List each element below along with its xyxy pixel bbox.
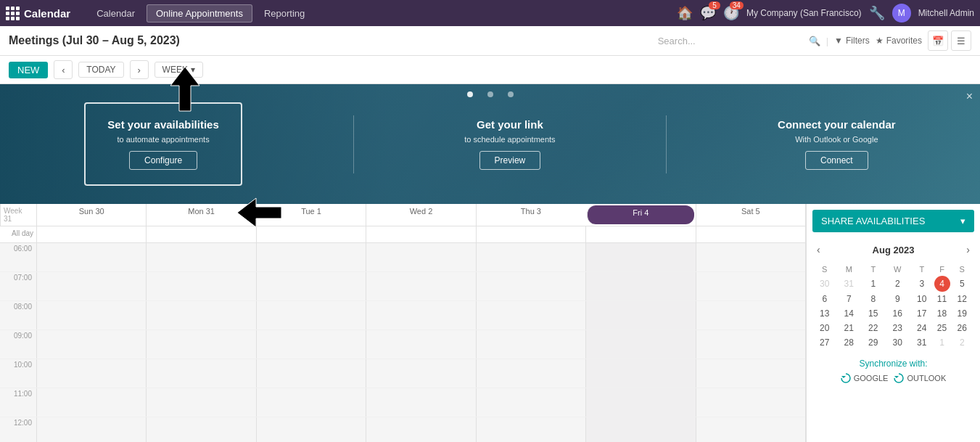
mini-day-18[interactable]: 18 [934,306,950,321]
prev-btn[interactable]: ‹ [54,60,73,79]
cell-900-mon[interactable] [146,330,255,359]
cell-900-wed[interactable] [366,330,475,359]
mini-day-24[interactable]: 24 [910,321,934,335]
cell-600-sat[interactable] [696,243,805,271]
google-sync-btn[interactable]: GOOGLE [841,373,889,383]
mini-day-1[interactable]: 1 [861,276,886,292]
cell-1000-mon[interactable] [146,359,255,388]
cell-800-thu[interactable] [476,301,585,330]
favorites-btn[interactable]: ★ Favorites [876,36,922,46]
mini-day-30[interactable]: 30 [886,335,910,350]
cell-1200-wed[interactable] [366,417,475,442]
day-sat[interactable]: Sat 5 [696,204,805,226]
mini-day-31[interactable]: 31 [910,335,934,350]
mini-day-29[interactable]: 29 [861,335,886,350]
settings-btn[interactable]: 🔧 [869,5,885,21]
cell-700-thu[interactable] [476,272,585,300]
cell-1000-sun[interactable] [36,359,146,388]
mini-day-22[interactable]: 22 [861,321,886,335]
cell-600-sun[interactable] [36,243,146,271]
cell-1000-fri[interactable] [585,359,695,388]
nav-calendar[interactable]: Calendar [88,5,144,22]
list-view-btn[interactable]: ☰ [951,30,971,51]
mini-day-12[interactable]: 12 [950,292,975,306]
cell-700-tue[interactable] [256,272,366,300]
mini-day-3[interactable]: 3 [910,276,934,292]
mini-day-26[interactable]: 26 [950,321,975,335]
mini-day-9[interactable]: 9 [886,292,910,306]
mini-day-27[interactable]: 27 [812,335,837,350]
mini-day-14[interactable]: 14 [837,306,862,321]
cell-1200-thu[interactable] [476,417,585,442]
cell-600-tue[interactable] [256,243,366,271]
cell-1100-wed[interactable] [366,388,475,417]
banner-dot-2[interactable] [487,91,493,97]
mini-day-28[interactable]: 28 [837,335,862,350]
cell-600-fri[interactable] [585,243,695,271]
configure-button[interactable]: Configure [129,151,197,170]
mini-day-7[interactable]: 7 [837,292,862,306]
messages-btn[interactable]: 💬 5 [700,5,716,21]
mini-day-5[interactable]: 5 [950,276,975,292]
mini-day-13[interactable]: 13 [812,306,837,321]
mini-day-17[interactable]: 17 [910,306,934,321]
calendar-view-btn[interactable]: 📅 [928,30,948,51]
mini-day-25[interactable]: 25 [934,321,950,335]
outlook-sync-btn[interactable]: OUTLOOK [894,373,946,383]
banner-close[interactable]: × [966,90,973,103]
mini-day-11[interactable]: 11 [934,292,950,306]
banner-dot-3[interactable] [508,91,514,97]
next-btn[interactable]: › [130,60,149,79]
new-button[interactable]: NEW [9,62,48,78]
home-icon-btn[interactable]: 🏠 [677,5,693,21]
cell-1100-mon[interactable] [146,388,255,417]
cell-900-tue[interactable] [256,330,366,359]
cell-1200-tue[interactable] [256,417,366,442]
mini-day-23[interactable]: 23 [886,321,910,335]
share-availabilities-btn[interactable]: SHARE AVAILABILITIES ▾ [812,210,974,232]
mini-day-8[interactable]: 8 [861,292,886,306]
cell-600-wed[interactable] [366,243,475,271]
cell-900-thu[interactable] [476,330,585,359]
cell-900-fri[interactable] [585,330,695,359]
day-thu[interactable]: Thu 3 [476,204,585,226]
mini-day-19[interactable]: 19 [950,306,975,321]
cell-800-mon[interactable] [146,301,255,330]
nav-reporting[interactable]: Reporting [255,5,313,22]
mini-day-20[interactable]: 20 [812,321,837,335]
cell-1100-tue[interactable] [256,388,366,417]
mini-day-30jul[interactable]: 30 [812,276,837,292]
day-wed[interactable]: Wed 2 [366,204,475,226]
cell-1200-sat[interactable] [696,417,805,442]
mini-day-2[interactable]: 2 [886,276,910,292]
cell-1000-tue[interactable] [256,359,366,388]
clock-btn[interactable]: 🕐 34 [723,5,739,21]
cell-600-thu[interactable] [476,243,585,271]
mini-day-16[interactable]: 16 [886,306,910,321]
cell-1200-sun[interactable] [36,417,146,442]
cell-800-wed[interactable] [366,301,475,330]
cell-1200-mon[interactable] [146,417,255,442]
cell-800-tue[interactable] [256,301,366,330]
cell-900-sat[interactable] [696,330,805,359]
cell-700-wed[interactable] [366,272,475,300]
mini-day-10[interactable]: 10 [910,292,934,306]
filters-btn[interactable]: ▼ Filters [834,36,870,46]
cell-1000-wed[interactable] [366,359,475,388]
cell-700-mon[interactable] [146,272,255,300]
cell-800-fri[interactable] [585,301,695,330]
search-input[interactable] [658,36,803,46]
preview-button[interactable]: Preview [479,151,541,170]
cell-900-sun[interactable] [36,330,146,359]
cell-1100-sun[interactable] [36,388,146,417]
mini-prev-btn[interactable]: ‹ [812,242,825,257]
nav-online-appointments[interactable]: Online Appointments [147,4,252,22]
cell-1100-fri[interactable] [585,388,695,417]
mini-day-4-today[interactable]: 4 [934,276,950,292]
mini-day-21[interactable]: 21 [837,321,862,335]
mini-day-6[interactable]: 6 [812,292,837,306]
cell-1100-thu[interactable] [476,388,585,417]
mini-next-btn[interactable]: › [962,242,974,257]
cell-1000-sat[interactable] [696,359,805,388]
mini-day-1sep[interactable]: 1 [934,335,950,350]
